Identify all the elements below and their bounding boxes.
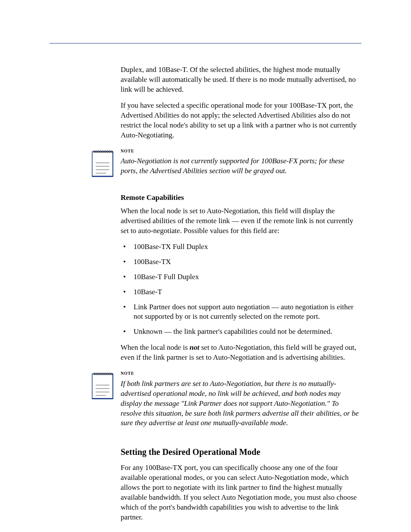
heading-setting-mode: Setting the Desired Operational Mode [121,447,361,457]
text-fragment: When the local node is [121,343,190,352]
note-block: NOTE Auto-Negotiation is not currently s… [50,148,361,180]
body-block-1: Duplex, and 10Base-T. Of the selected ab… [121,65,361,140]
svg-rect-2 [92,176,113,177]
note-label: NOTE [121,370,361,376]
note-text: NOTE Auto-Negotiation is not currently s… [121,148,361,180]
note-paragraph: If both link partners are set to Auto-Ne… [121,379,361,429]
note-block: NOTE If both link partners are set to Au… [50,370,361,432]
paragraph: If you have selected a specific operatio… [121,101,361,140]
list-item: 100Base-TX Full Duplex [121,242,361,252]
list-item: 10Base-T Full Duplex [121,272,361,282]
list-item: 100Base-TX [121,257,361,267]
svg-rect-17 [112,374,113,399]
list-item: Link Partner does not support auto negot… [121,302,361,322]
emphasis-not: not [190,343,199,352]
paragraph: Duplex, and 10Base-T. Of the selected ab… [121,65,361,95]
paragraph: When the local node is not set to Auto-N… [121,343,361,363]
list-item: 10Base-T [121,287,361,297]
note-text: NOTE If both link partners are set to Au… [121,370,361,432]
paragraph: When the local node is set to Auto-Negot… [121,206,361,236]
bullet-list: 100Base-TX Full Duplex 100Base-TX 10Base… [121,242,361,337]
svg-rect-1 [112,152,113,177]
paragraph: For any 100Base-TX port, you can specifi… [121,463,361,523]
list-item: Unknown — the link partner's capabilitie… [121,327,361,337]
notepad-icon [90,148,115,178]
body-block-3: For any 100Base-TX port, you can specifi… [121,463,361,523]
svg-rect-18 [92,398,113,399]
page-container: Duplex, and 10Base-T. Of the selected ab… [0,0,411,532]
notepad-icon [90,370,115,401]
note-paragraph: Auto-Negotiation is not currently suppor… [121,156,361,176]
page-header [50,26,361,44]
body-block-2: When the local node is set to Auto-Negot… [121,206,361,363]
heading-remote-capabilities: Remote Capabilities [121,193,361,202]
note-label: NOTE [121,148,361,154]
